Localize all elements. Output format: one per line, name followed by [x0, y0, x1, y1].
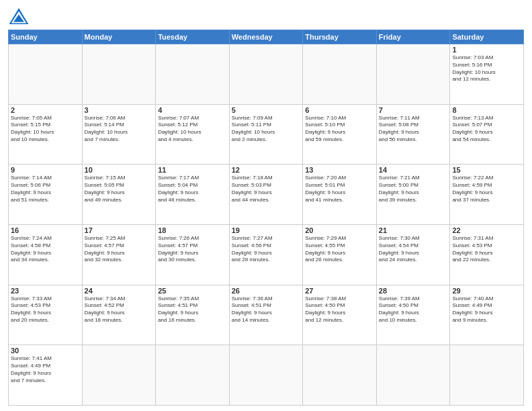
calendar-cell	[376, 345, 450, 406]
day-info: Sunrise: 7:17 AM Sunset: 5:04 PM Dayligh…	[158, 175, 227, 203]
calendar-cell: 18Sunrise: 7:26 AM Sunset: 4:57 PM Dayli…	[156, 224, 230, 285]
day-number: 23	[11, 287, 80, 295]
day-number: 3	[85, 106, 154, 114]
day-number: 9	[11, 166, 80, 174]
day-info: Sunrise: 7:03 AM Sunset: 5:16 PM Dayligh…	[452, 54, 521, 83]
day-number: 30	[11, 347, 80, 355]
day-number: 11	[158, 166, 227, 174]
day-info: Sunrise: 7:11 AM Sunset: 5:08 PM Dayligh…	[379, 115, 448, 144]
week-row-2: 2Sunrise: 7:05 AM Sunset: 5:15 PM Daylig…	[9, 104, 524, 165]
day-number: 28	[379, 287, 448, 295]
day-number: 4	[158, 106, 227, 114]
day-info: Sunrise: 7:36 AM Sunset: 4:51 PM Dayligh…	[232, 295, 301, 324]
calendar-cell: 10Sunrise: 7:15 AM Sunset: 5:05 PM Dayli…	[82, 165, 156, 225]
calendar-cell: 1Sunrise: 7:03 AM Sunset: 5:16 PM Daylig…	[450, 44, 524, 105]
calendar-cell: 9Sunrise: 7:14 AM Sunset: 5:06 PM Daylig…	[9, 165, 83, 225]
calendar-cell: 14Sunrise: 7:21 AM Sunset: 5:00 PM Dayli…	[376, 165, 450, 225]
day-number: 16	[11, 226, 80, 234]
day-number: 25	[158, 287, 227, 295]
day-number: 5	[232, 106, 301, 114]
calendar-cell	[303, 345, 377, 406]
calendar-cell: 26Sunrise: 7:36 AM Sunset: 4:51 PM Dayli…	[229, 285, 303, 345]
day-info: Sunrise: 7:39 AM Sunset: 4:50 PM Dayligh…	[379, 295, 448, 324]
weekday-header-saturday: Saturday	[450, 30, 524, 44]
calendar-cell: 7Sunrise: 7:11 AM Sunset: 5:08 PM Daylig…	[376, 104, 450, 165]
header	[8, 7, 524, 26]
day-info: Sunrise: 7:10 AM Sunset: 5:10 PM Dayligh…	[305, 115, 374, 144]
day-info: Sunrise: 7:30 AM Sunset: 4:54 PM Dayligh…	[379, 235, 448, 264]
calendar-cell: 12Sunrise: 7:18 AM Sunset: 5:03 PM Dayli…	[229, 165, 303, 225]
weekday-header-tuesday: Tuesday	[156, 30, 230, 44]
week-row-3: 9Sunrise: 7:14 AM Sunset: 5:06 PM Daylig…	[9, 165, 524, 225]
day-number: 19	[232, 226, 301, 234]
day-info: Sunrise: 7:31 AM Sunset: 4:53 PM Dayligh…	[452, 235, 521, 264]
calendar-cell: 4Sunrise: 7:07 AM Sunset: 5:12 PM Daylig…	[156, 104, 230, 165]
calendar-cell: 6Sunrise: 7:10 AM Sunset: 5:10 PM Daylig…	[303, 104, 377, 165]
calendar-cell	[9, 44, 83, 105]
day-number: 24	[85, 287, 154, 295]
day-info: Sunrise: 7:07 AM Sunset: 5:12 PM Dayligh…	[158, 115, 227, 144]
day-info: Sunrise: 7:35 AM Sunset: 4:51 PM Dayligh…	[158, 295, 227, 324]
page: SundayMondayTuesdayWednesdayThursdayFrid…	[0, 0, 532, 411]
calendar-cell	[156, 44, 230, 105]
week-row-1: 1Sunrise: 7:03 AM Sunset: 5:16 PM Daylig…	[9, 44, 524, 105]
day-number: 27	[305, 287, 374, 295]
day-number: 7	[379, 106, 448, 114]
calendar-cell	[450, 345, 524, 406]
weekday-header-thursday: Thursday	[303, 30, 377, 44]
day-number: 13	[305, 166, 374, 174]
calendar-cell: 3Sunrise: 7:06 AM Sunset: 5:14 PM Daylig…	[82, 104, 156, 165]
calendar-cell	[82, 44, 156, 105]
day-info: Sunrise: 7:33 AM Sunset: 4:53 PM Dayligh…	[11, 295, 80, 324]
day-info: Sunrise: 7:22 AM Sunset: 4:59 PM Dayligh…	[452, 175, 521, 203]
day-number: 12	[232, 166, 301, 174]
day-info: Sunrise: 7:40 AM Sunset: 4:49 PM Dayligh…	[452, 295, 521, 324]
logo-icon	[8, 7, 30, 26]
day-info: Sunrise: 7:06 AM Sunset: 5:14 PM Dayligh…	[85, 115, 154, 144]
day-info: Sunrise: 7:41 AM Sunset: 4:49 PM Dayligh…	[11, 355, 80, 384]
day-number: 6	[305, 106, 374, 114]
weekday-header-sunday: Sunday	[9, 30, 83, 44]
calendar-cell: 29Sunrise: 7:40 AM Sunset: 4:49 PM Dayli…	[450, 285, 524, 345]
day-number: 8	[452, 106, 521, 114]
calendar-cell: 25Sunrise: 7:35 AM Sunset: 4:51 PM Dayli…	[156, 285, 230, 345]
day-number: 26	[232, 287, 301, 295]
weekday-header-row: SundayMondayTuesdayWednesdayThursdayFrid…	[9, 30, 524, 44]
day-info: Sunrise: 7:26 AM Sunset: 4:57 PM Dayligh…	[158, 235, 227, 264]
day-info: Sunrise: 7:05 AM Sunset: 5:15 PM Dayligh…	[11, 115, 80, 144]
calendar-cell: 13Sunrise: 7:20 AM Sunset: 5:01 PM Dayli…	[303, 165, 377, 225]
calendar-cell: 2Sunrise: 7:05 AM Sunset: 5:15 PM Daylig…	[9, 104, 83, 165]
calendar-cell: 28Sunrise: 7:39 AM Sunset: 4:50 PM Dayli…	[376, 285, 450, 345]
day-info: Sunrise: 7:09 AM Sunset: 5:11 PM Dayligh…	[232, 115, 301, 144]
calendar-cell: 23Sunrise: 7:33 AM Sunset: 4:53 PM Dayli…	[9, 285, 83, 345]
day-info: Sunrise: 7:20 AM Sunset: 5:01 PM Dayligh…	[305, 175, 374, 203]
day-number: 1	[452, 46, 521, 54]
week-row-4: 16Sunrise: 7:24 AM Sunset: 4:58 PM Dayli…	[9, 224, 524, 285]
day-number: 29	[452, 287, 521, 295]
day-info: Sunrise: 7:13 AM Sunset: 5:07 PM Dayligh…	[452, 115, 521, 144]
weekday-header-wednesday: Wednesday	[229, 30, 303, 44]
weekday-header-friday: Friday	[376, 30, 450, 44]
logo	[8, 7, 32, 26]
day-number: 18	[158, 226, 227, 234]
calendar-cell	[376, 44, 450, 105]
day-info: Sunrise: 7:14 AM Sunset: 5:06 PM Dayligh…	[11, 175, 80, 203]
day-info: Sunrise: 7:34 AM Sunset: 4:52 PM Dayligh…	[85, 295, 154, 324]
day-number: 22	[452, 226, 521, 234]
calendar-cell: 15Sunrise: 7:22 AM Sunset: 4:59 PM Dayli…	[450, 165, 524, 225]
day-info: Sunrise: 7:24 AM Sunset: 4:58 PM Dayligh…	[11, 235, 80, 264]
week-row-6: 30Sunrise: 7:41 AM Sunset: 4:49 PM Dayli…	[9, 345, 524, 406]
day-number: 15	[452, 166, 521, 174]
day-number: 20	[305, 226, 374, 234]
calendar-cell	[303, 44, 377, 105]
calendar-cell: 27Sunrise: 7:38 AM Sunset: 4:50 PM Dayli…	[303, 285, 377, 345]
calendar-cell: 24Sunrise: 7:34 AM Sunset: 4:52 PM Dayli…	[82, 285, 156, 345]
day-info: Sunrise: 7:27 AM Sunset: 4:56 PM Dayligh…	[232, 235, 301, 264]
calendar-cell: 19Sunrise: 7:27 AM Sunset: 4:56 PM Dayli…	[229, 224, 303, 285]
calendar-cell: 17Sunrise: 7:25 AM Sunset: 4:57 PM Dayli…	[82, 224, 156, 285]
day-number: 21	[379, 226, 448, 234]
day-info: Sunrise: 7:29 AM Sunset: 4:55 PM Dayligh…	[305, 235, 374, 264]
calendar-cell: 22Sunrise: 7:31 AM Sunset: 4:53 PM Dayli…	[450, 224, 524, 285]
day-number: 2	[11, 106, 80, 114]
calendar-cell: 8Sunrise: 7:13 AM Sunset: 5:07 PM Daylig…	[450, 104, 524, 165]
